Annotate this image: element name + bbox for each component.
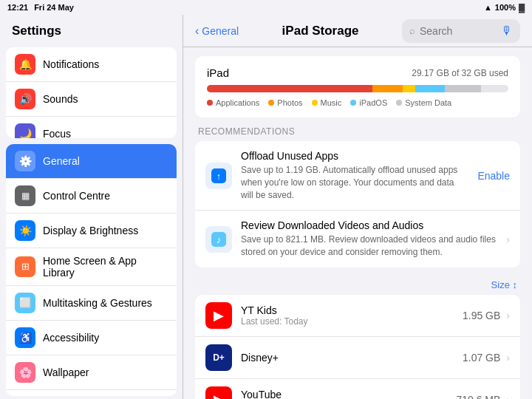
yt-kids-info: YT Kids Last used: Today [241,304,454,327]
legend-system: System Data [396,98,451,107]
yt-kids-chevron-icon: › [506,310,510,321]
bar-ipados [415,85,446,92]
review-videos-title: Review Downloaded Videos and Audios [241,219,497,231]
review-videos-text: Review Downloaded Videos and Audios Save… [241,219,497,259]
yt-kids-size: 1.95 GB [463,310,500,321]
status-time: 12:21 [7,3,28,12]
youtube-chevron-icon: › [506,394,510,399]
bar-photos [372,85,403,92]
storage-legend: Applications Photos Music iPadOS [207,98,508,107]
offload-desc: Save up to 1.19 GB. Automatically offloa… [241,164,468,201]
legend-dot-system [396,100,402,106]
app-list-header: Size ↕ [195,276,520,295]
content-scroll: iPad 29.17 GB of 32 GB used Applications [183,47,532,399]
offload-icon: ↑ [205,163,232,189]
mic-icon[interactable]: 🎙 [501,24,513,38]
disney-plus-info: Disney+ [241,352,454,364]
control-centre-icon: ▦ [15,185,35,206]
disney-plus-size: 1.07 GB [463,352,500,364]
youtube-size: 710.6 MB [456,394,500,399]
navigation-bar: ‹ General iPad Storage ⌕ 🎙 [183,15,532,47]
sidebar-item-label-wallpaper: Wallpaper [43,366,168,378]
legend-music: Music [312,98,342,107]
wallpaper-icon: 🌸 [15,362,35,383]
app-item-youtube[interactable]: ▶ YouTube Last used: 17/05/2024 710.6 MB… [195,379,520,399]
status-bar: 12:21 Fri 24 May ▲ 100% ▓ [0,0,532,15]
recommendations-label: RECOMMENDATIONS [195,126,520,137]
sidebar-item-general[interactable]: ⚙️ General [6,144,177,179]
app-item-disney-plus[interactable]: D+ Disney+ 1.07 GB › [195,337,520,379]
sort-button[interactable]: Size ↕ [491,279,517,290]
sidebar-item-notifications[interactable]: 🔔 Notifications [6,47,177,82]
disney-plus-name: Disney+ [241,352,454,364]
yt-kids-name: YT Kids [241,304,454,316]
youtube-icon: ▶ [205,386,232,399]
yt-kids-right: 1.95 GB › [463,310,510,321]
sidebar-item-label-focus: Focus [43,128,168,138]
general-icon: ⚙️ [15,151,35,171]
disney-plus-right: 1.07 GB › [463,352,510,364]
home-screen-icon: ⊞ [15,256,35,277]
bar-applications [207,85,372,92]
sidebar-item-display[interactable]: ☀️ Display & Brightness [6,214,177,248]
sidebar-item-label-general: General [43,155,168,167]
offload-enable-button[interactable]: Enable [477,170,510,182]
battery-icon: ▓ [519,3,525,12]
youtube-name: YouTube [241,389,447,399]
sidebar-item-label-notifications: Notifications [43,58,168,70]
app-item-yt-kids[interactable]: ▶ YT Kids Last used: Today 1.95 GB › [195,295,520,337]
focus-icon: 🌙 [15,123,35,138]
svg-text:↑: ↑ [216,171,222,182]
sidebar-section-top: 🔔 Notifications 🔊 Sounds 🌙 Focus ⏱ [6,47,177,138]
legend-photos: Photos [268,98,302,107]
sidebar-item-focus[interactable]: 🌙 Focus [6,117,177,138]
offload-title: Offload Unused Apps [241,150,468,162]
review-videos-icon: ♪ [205,226,232,253]
back-label: General [202,25,239,37]
storage-device-name: iPad [207,66,229,79]
battery-text: 100% [495,3,516,12]
svg-text:♪: ♪ [216,234,222,245]
rec-item-offload[interactable]: ↑ Offload Unused Apps Save up to 1.19 GB… [195,141,520,211]
sidebar-item-label-sounds: Sounds [43,93,168,105]
sidebar-item-control-centre[interactable]: ▦ Control Centre [6,179,177,214]
legend-dot-music [312,100,318,106]
legend-dot-ipados [350,100,356,106]
sounds-icon: 🔊 [15,89,35,109]
accessibility-icon: ♿ [15,327,35,348]
bar-system [445,85,481,92]
sidebar-item-home-screen[interactable]: ⊞ Home Screen & App Library [6,248,177,286]
yt-kids-last-used: Last used: Today [241,316,454,327]
legend-dot-photos [268,100,274,106]
bar-music [403,85,415,92]
review-videos-desc: Save up to 821.1 MB. Review downloaded v… [241,233,497,259]
back-button[interactable]: ‹ General [195,24,239,38]
yt-kids-icon: ▶ [205,302,232,329]
sidebar-item-label-accessibility: Accessibility [43,332,168,344]
back-chevron-icon: ‹ [195,24,199,38]
recommendations-card: ↑ Offload Unused Apps Save up to 1.19 GB… [195,141,520,267]
sidebar-item-label-control-centre: Control Centre [43,190,168,202]
disney-plus-icon: D+ [205,344,232,371]
search-input[interactable] [420,25,497,37]
sidebar-item-accessibility[interactable]: ♿ Accessibility [6,321,177,355]
display-icon: ☀️ [15,220,35,241]
status-day: Fri 24 May [34,3,74,12]
content-area: ‹ General iPad Storage ⌕ 🎙 iPad 29.17 GB… [183,15,532,399]
multitasking-icon: ⬜ [15,293,35,313]
storage-used-text: 29.17 GB of 32 GB used [412,68,508,78]
sidebar-item-sounds[interactable]: 🔊 Sounds [6,82,177,117]
sidebar-item-label-display: Display & Brightness [43,225,168,236]
sidebar-item-wallpaper[interactable]: 🌸 Wallpaper [6,355,177,390]
rec-item-review-videos[interactable]: ♪ Review Downloaded Videos and Audios Sa… [195,211,520,267]
search-bar[interactable]: ⌕ 🎙 [402,19,520,43]
legend-dot-applications [207,100,213,106]
sidebar-item-label-multitasking: Multitasking & Gestures [43,297,168,309]
sidebar-item-multitasking[interactable]: ⬜ Multitasking & Gestures [6,286,177,321]
review-chevron-icon: › [506,233,510,245]
app-list-card: ▶ YT Kids Last used: Today 1.95 GB › D+ [195,295,520,399]
sidebar-item-siri[interactable]: ◎ Siri & Search [6,390,177,396]
sidebar-section-main: ⚙️ General ▦ Control Centre ☀️ Display &… [6,144,177,396]
sidebar: Settings 🔔 Notifications 🔊 Sounds 🌙 Focu… [0,15,183,399]
wifi-icon: ▲ [484,3,492,12]
